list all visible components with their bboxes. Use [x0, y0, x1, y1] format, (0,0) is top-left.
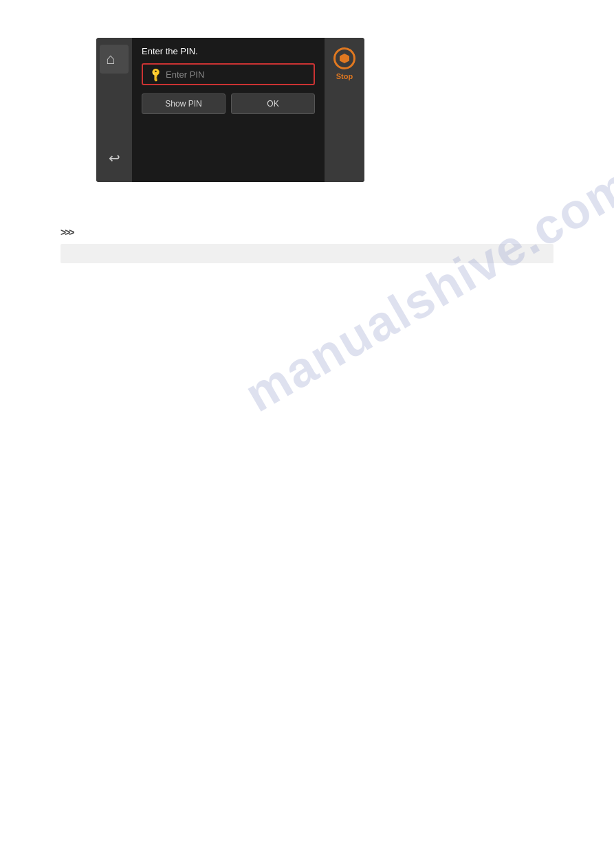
printer-screen-wrapper: Enter the PIN. 🔑 Enter PIN Show PIN OK S…: [96, 38, 364, 182]
note-bar: [61, 244, 553, 263]
back-button[interactable]: [100, 144, 129, 173]
printer-screen: Enter the PIN. 🔑 Enter PIN Show PIN OK S…: [96, 38, 364, 182]
watermark: manualshive.com: [235, 156, 614, 423]
home-icon: [106, 52, 122, 67]
home-button[interactable]: [100, 45, 129, 74]
note-section: >>>: [61, 227, 553, 242]
stop-label: Stop: [336, 72, 353, 80]
stop-icon: [333, 47, 355, 69]
screen-main: Enter the PIN. 🔑 Enter PIN Show PIN OK: [132, 38, 325, 182]
stop-button[interactable]: Stop: [325, 38, 364, 182]
show-pin-button[interactable]: Show PIN: [142, 93, 226, 114]
screen-sidebar: [96, 38, 132, 182]
screen-title: Enter the PIN.: [142, 46, 315, 56]
back-icon: [109, 150, 120, 166]
ok-button[interactable]: OK: [231, 93, 315, 114]
note-icon: >>>: [61, 227, 553, 238]
pin-input-field[interactable]: 🔑 Enter PIN: [142, 63, 315, 85]
pin-input-placeholder: Enter PIN: [166, 69, 204, 80]
key-icon: 🔑: [148, 66, 164, 82]
note-arrows: >>>: [61, 227, 74, 238]
screen-buttons-row: Show PIN OK: [142, 93, 315, 114]
